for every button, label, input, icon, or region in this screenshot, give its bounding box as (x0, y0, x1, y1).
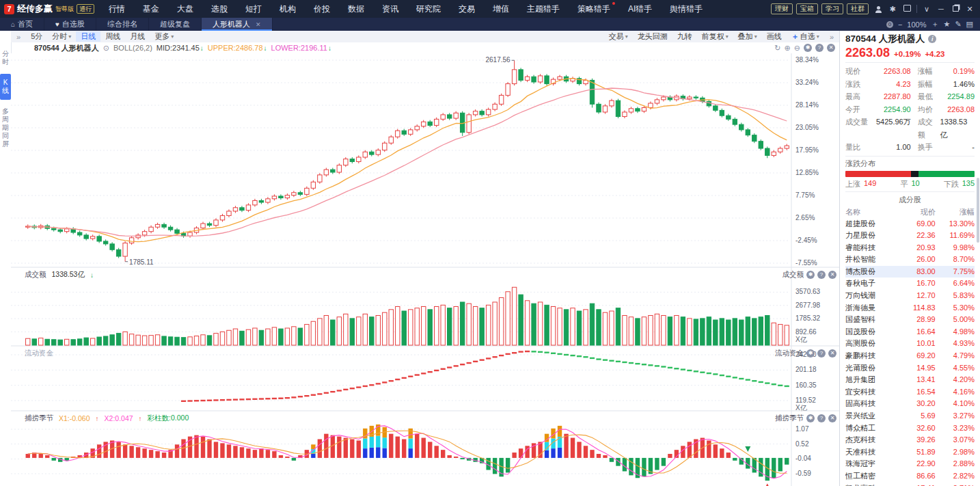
tab-首页[interactable]: ⌂首页 (0, 18, 44, 31)
quick-button-社群[interactable]: 社群 (847, 3, 869, 14)
panel-settings-icon[interactable]: ✱ (804, 44, 812, 52)
stock-row-井松智能[interactable]: 井松智能26.008.70% (845, 254, 975, 266)
stock-row-国盛智科[interactable]: 国盛智科28.995.00% (845, 314, 975, 326)
stock-row-超捷股份[interactable]: 超捷股份69.0013.30% (845, 218, 975, 230)
menu-item-数据[interactable]: 数据 (339, 0, 373, 18)
panel-help-icon[interactable]: ? (815, 44, 824, 52)
star-icon[interactable]: ★ (944, 20, 951, 29)
tool-叠加[interactable]: 叠加▾ (733, 31, 762, 42)
quick-button-理财[interactable]: 理财 (771, 3, 793, 14)
menu-item-研究院[interactable]: 研究院 (407, 0, 450, 18)
menu-item-增值[interactable]: 增值 (484, 0, 518, 18)
refresh-icon[interactable]: ↻ (774, 44, 780, 53)
tool-九转[interactable]: 九转 (672, 31, 697, 42)
stock-row-恒工精密[interactable]: 恒工精密86.662.82% (845, 470, 975, 483)
menu-item-行情[interactable]: 行情 (100, 0, 134, 18)
tab-人形机器人[interactable]: 人形机器人✕ (202, 18, 273, 31)
info-icon[interactable]: i (928, 35, 936, 43)
menu-item-主题猎手[interactable]: 主题猎手 (518, 0, 569, 18)
chevron-down-icon[interactable]: ∨ (922, 5, 931, 14)
stock-row-博众精工[interactable]: 博众精工32.603.23% (845, 422, 975, 435)
period-更多[interactable]: 更多▾ (150, 31, 178, 42)
stock-row-景兴纸业[interactable]: 景兴纸业5.693.27% (845, 410, 975, 422)
period-月线[interactable]: 月线 (125, 31, 150, 42)
menu-item-选股[interactable]: 选股 (202, 0, 236, 18)
indicator-name[interactable]: BOLL(26,2) (113, 44, 152, 52)
zoom-out-icon[interactable]: − (898, 21, 902, 29)
stock-row-睿能科技[interactable]: 睿能科技20.939.98% (845, 242, 975, 254)
indicator-dropdown-icon[interactable]: ⊙ (103, 44, 109, 53)
tab-自选股[interactable]: ♥自选股 (44, 18, 96, 31)
user-icon[interactable] (873, 5, 883, 13)
rail-item-分时[interactable]: 分时 (0, 45, 11, 71)
stock-row-国茂股份[interactable]: 国茂股份16.644.98% (845, 326, 975, 338)
stock-row-高测股份[interactable]: 高测股份10.014.93% (845, 338, 975, 350)
chart-area[interactable]: 38.34%33.24%28.14%23.05%17.95%12.85%7.75… (11, 53, 839, 486)
stock-row-凯龙高科[interactable]: 凯龙高科17.412.71% (845, 483, 975, 486)
panel-close-icon[interactable]: ✕ (828, 414, 836, 422)
layout-list-icon[interactable]: ▤ (966, 20, 973, 29)
menu-item-价投[interactable]: 价投 (305, 0, 339, 18)
tool-自选[interactable]: ＋自选▾ (787, 31, 824, 42)
panel-close-icon[interactable]: ✕ (828, 349, 836, 357)
menu-item-策略猎手[interactable]: 策略猎手 (569, 0, 619, 18)
stock-row-宜安科技[interactable]: 宜安科技16.544.16% (845, 386, 975, 399)
period-日线[interactable]: 日线 (76, 31, 100, 42)
gear-icon[interactable]: ✱ (888, 5, 897, 14)
stock-row-浙海德曼[interactable]: 浙海德曼114.835.30% (845, 302, 975, 314)
panel-close-icon[interactable]: ✕ (828, 271, 836, 279)
period-分时[interactable]: 分时▾ (47, 31, 76, 42)
zoom-out-circle-icon[interactable]: ⊖ (794, 44, 800, 53)
panel-settings-icon[interactable]: ✱ (806, 349, 815, 357)
quick-button-学习[interactable]: 学习 (821, 3, 843, 14)
period-5分[interactable]: 5分 (26, 31, 47, 42)
menu-item-大盘[interactable]: 大盘 (168, 0, 202, 18)
tool-画线[interactable]: 画线 (762, 31, 787, 42)
stock-row-光莆股份[interactable]: 光莆股份14.954.55% (845, 362, 975, 375)
panel-help-icon[interactable]: ? (817, 414, 826, 422)
stock-row-天准科技[interactable]: 天准科技51.892.98% (845, 446, 975, 459)
menu-item-机构[interactable]: 机构 (271, 0, 305, 18)
stock-row-珠海冠宇[interactable]: 珠海冠宇22.902.88% (845, 458, 975, 470)
rail-item-K线[interactable]: K线 (0, 74, 11, 100)
tool-前复权[interactable]: 前复权▾ (697, 31, 733, 42)
menu-item-资讯[interactable]: 资讯 (373, 0, 407, 18)
stock-row-万向钱潮[interactable]: 万向钱潮12.705.83% (845, 290, 975, 302)
expand-right-icon[interactable]: » (824, 33, 839, 41)
stock-row-博杰股份[interactable]: 博杰股份83.007.75% (845, 266, 975, 278)
stock-row-旭升集团[interactable]: 旭升集团13.414.20% (845, 374, 975, 386)
stock-row-春秋电子[interactable]: 春秋电子16.706.64% (845, 278, 975, 290)
scrollbar[interactable] (977, 178, 979, 243)
stock-row-力星股份[interactable]: 力星股份22.3611.69% (845, 230, 975, 242)
tab-close-icon[interactable]: ✕ (256, 21, 261, 28)
close-icon[interactable]: ✕ (965, 5, 975, 14)
stock-row-固高科技[interactable]: 固高科技30.204.10% (845, 398, 975, 410)
menu-item-交易[interactable]: 交易 (450, 0, 484, 18)
panel-settings-icon[interactable]: ✱ (806, 414, 815, 422)
tool-龙头回溯[interactable]: 龙头回溯 (633, 31, 672, 42)
tab-综合排名[interactable]: 综合排名 (96, 18, 149, 31)
zoom-in-icon[interactable]: ＋ (931, 19, 939, 29)
period-周线[interactable]: 周线 (100, 31, 125, 42)
panel-help-icon[interactable]: ? (817, 349, 826, 357)
zoom-in-circle-icon[interactable]: ⊕ (785, 44, 791, 53)
tool-交易[interactable]: 交易▾ (604, 31, 633, 42)
quick-button-宝箱[interactable]: 宝箱 (796, 3, 818, 14)
stock-row-杰克科技[interactable]: 杰克科技39.263.07% (845, 434, 975, 446)
stock-row-豪鹏科技[interactable]: 豪鹏科技69.204.79% (845, 350, 975, 362)
panel-help-icon[interactable]: ? (817, 271, 826, 279)
pencil-icon[interactable]: ✎ (955, 20, 961, 29)
menu-item-短打[interactable]: 短打 (236, 0, 271, 18)
tab-超级复盘[interactable]: 超级复盘 (149, 18, 202, 31)
panel-close-icon[interactable]: ✕ (827, 44, 835, 52)
restore-icon[interactable] (951, 5, 960, 13)
window-layout-icon[interactable] (902, 5, 912, 13)
menu-item-基金[interactable]: 基金 (134, 0, 168, 18)
menu-item-AI猎手[interactable]: AI猎手 (619, 0, 661, 18)
panel-settings-icon[interactable]: ✱ (806, 271, 815, 279)
rail-item-多周期同屏[interactable]: 多周期同屏 (0, 103, 11, 153)
menu-item-舆情猎手[interactable]: 舆情猎手 (661, 0, 711, 18)
minimize-icon[interactable]: ─ (936, 5, 946, 13)
collapse-left-icon[interactable]: » (11, 33, 26, 41)
coin-icon[interactable]: 0 (886, 21, 893, 28)
